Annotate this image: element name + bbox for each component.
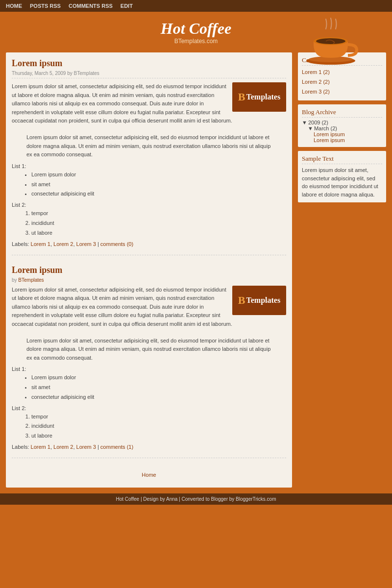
post-2-label-2[interactable]: Lorem 2 bbox=[53, 444, 73, 450]
list-item: Lorem ipsum dolor bbox=[31, 373, 286, 383]
sample-text-title: Sample Text bbox=[302, 155, 382, 164]
top-nav: HOME POSTS RSS COMMENTS RSS EDIT bbox=[0, 0, 392, 12]
post-2-list2: tempor incididunt ut labore bbox=[31, 412, 286, 441]
list-item: sit amet bbox=[31, 383, 286, 392]
post-2-title: Lorem ipsum bbox=[12, 265, 286, 275]
post-2-image: BTemplates bbox=[232, 286, 286, 315]
list-item: consectetur adipisicing elit bbox=[31, 189, 286, 199]
post-1-blockquote: Lorem ipsum dolor sit amet, consectetur … bbox=[26, 133, 271, 159]
list-item: ut labore bbox=[31, 431, 286, 441]
coffee-decoration bbox=[299, 14, 363, 70]
svg-point-3 bbox=[316, 38, 345, 44]
post-2-author-link[interactable]: BTemplates bbox=[18, 277, 44, 283]
post-1-list2: tempor incididunt ut labore bbox=[31, 209, 286, 238]
post-2-list1-label: List 1: bbox=[12, 366, 286, 372]
post-2-list1: Lorem ipsum dolor sit amet consectetur a… bbox=[31, 373, 286, 402]
list-item: tempor bbox=[31, 412, 286, 422]
site-footer: Hot Coffee | Design by Anna | Converted … bbox=[0, 493, 392, 505]
list-item: tempor bbox=[31, 209, 286, 219]
post-1-comments[interactable]: comments (0) bbox=[100, 241, 133, 247]
nav-posts-rss[interactable]: POSTS RSS bbox=[30, 3, 61, 9]
main-container: Lorem ipsum Thursday, March 5, 2009 by B… bbox=[0, 49, 392, 491]
post-2-label-3[interactable]: Lorem 3 bbox=[76, 444, 96, 450]
list-item: incididunt bbox=[31, 219, 286, 228]
home-link[interactable]: Home bbox=[142, 472, 156, 478]
archive-title: Blog Archive bbox=[302, 108, 382, 118]
site-header: Hot Coffee BTemplates.com bbox=[0, 12, 392, 49]
sidebar-category-2[interactable]: Lorem 2 (2) bbox=[302, 77, 382, 87]
post-1-meta: Thursday, March 5, 2009 by BTemplates bbox=[12, 71, 286, 78]
post-2-label-1[interactable]: Lorem 1 bbox=[31, 444, 50, 450]
post-1-label-3[interactable]: Lorem 3 bbox=[76, 241, 96, 247]
list-item: consectetur adipisicing elit bbox=[31, 392, 286, 402]
archive-section: Blog Archive ▼ 2009 (2) ▼ March (2) Lore… bbox=[298, 104, 386, 147]
post-1-list2-label: List 2: bbox=[12, 202, 286, 208]
post-2-author: by BTemplates bbox=[12, 277, 286, 283]
post-1-label-2[interactable]: Lorem 2 bbox=[53, 241, 73, 247]
main-content: Lorem ipsum Thursday, March 5, 2009 by B… bbox=[6, 52, 292, 488]
post-1-labels: Labels: Lorem 1, Lorem 2, Lorem 3 | comm… bbox=[12, 241, 286, 247]
list-item: Lorem ipsum dolor bbox=[31, 170, 286, 180]
nav-comments-rss[interactable]: COMMENTS RSS bbox=[69, 3, 113, 9]
post-2-list2-label: List 2: bbox=[12, 405, 286, 411]
footer-text: Hot Coffee | Design by Anna | Converted … bbox=[116, 496, 276, 502]
post-2: Lorem ipsum by BTemplates BTemplates Lor… bbox=[12, 265, 286, 459]
list-item: incididunt bbox=[31, 421, 286, 431]
archive-month[interactable]: ▼ March (2) bbox=[302, 125, 382, 131]
post-1-image: BTemplates bbox=[232, 82, 286, 112]
archive-post-1[interactable]: Lorem ipsum bbox=[302, 131, 382, 137]
nav-edit[interactable]: EDIT bbox=[121, 3, 133, 9]
post-2-blockquote: Lorem ipsum dolor sit amet, consectetur … bbox=[26, 337, 271, 363]
post-1-title: Lorem ipsum bbox=[12, 58, 286, 69]
post-2-labels: Labels: Lorem 1, Lorem 2, Lorem 3 | comm… bbox=[12, 444, 286, 450]
sidebar-category-3[interactable]: Lorem 3 (2) bbox=[302, 87, 382, 97]
post-2-comments[interactable]: comments (1) bbox=[100, 444, 133, 450]
post-1-label-1[interactable]: Lorem 1 bbox=[31, 241, 50, 247]
sample-text-section: Sample Text Lorem ipsum dolor sit amet, … bbox=[298, 151, 386, 202]
archive-post-2[interactable]: Lorem ipsum bbox=[302, 137, 382, 143]
sample-text-body: Lorem ipsum dolor sit amet, consectetur … bbox=[302, 166, 382, 198]
list-item: ut labore bbox=[31, 228, 286, 238]
sidebar: Categories Lorem 1 (2) Lorem 2 (2) Lorem… bbox=[298, 52, 386, 488]
home-link-container: Home bbox=[12, 468, 286, 482]
list-item: sit amet bbox=[31, 180, 286, 190]
nav-home[interactable]: HOME bbox=[6, 3, 22, 9]
archive-year[interactable]: ▼ 2009 (2) bbox=[302, 120, 382, 125]
post-1: Lorem ipsum Thursday, March 5, 2009 by B… bbox=[12, 58, 286, 255]
post-1-list1: Lorem ipsum dolor sit amet consectetur a… bbox=[31, 170, 286, 199]
post-1-list1-label: List 1: bbox=[12, 163, 286, 169]
